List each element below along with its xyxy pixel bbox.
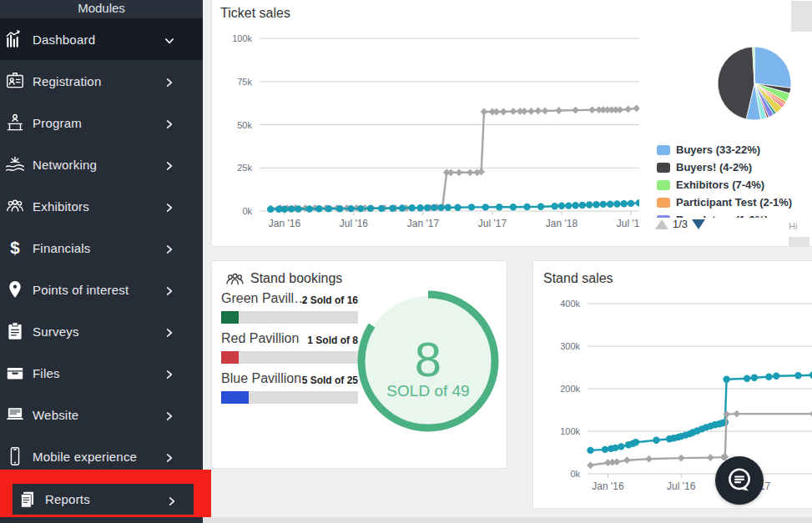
sidebar-item-website[interactable]: Website: [0, 394, 203, 435]
booking-progress-fill: [221, 311, 239, 324]
svg-text:25k: 25k: [237, 163, 252, 173]
chevron-right-icon: [164, 326, 174, 336]
sidebar-item-label: Files: [33, 366, 164, 380]
donut-caption: SOLD of 49: [386, 382, 469, 400]
map-pin-icon: [4, 279, 26, 300]
reports-highlight-annotation: Reports: [0, 470, 211, 517]
svg-text:0k: 0k: [242, 206, 252, 216]
ticket-sales-chart: 0k25k50k75k100kJan '16Jul '16Jan '17Jul …: [212, 1, 639, 233]
sidebar-item-label: Dashboard: [33, 33, 164, 47]
registration-icon: [4, 70, 26, 92]
chevron-right-icon: [164, 76, 174, 86]
donut-value: 8: [415, 332, 441, 386]
legend-pager: 1/3: [655, 218, 705, 230]
svg-text:Jul '17: Jul '17: [478, 218, 507, 229]
mobile-icon: [4, 445, 26, 467]
legend-page-indicator: 1/3: [673, 218, 688, 230]
sidebar-item-label: Surveys: [33, 324, 164, 339]
people-group-icon: [224, 269, 246, 291]
svg-text:0k: 0k: [570, 469, 580, 479]
svg-text:100k: 100k: [560, 426, 580, 436]
chat-bubble-icon: [723, 464, 756, 497]
chevron-right-icon: [164, 201, 174, 211]
booking-name: Blue Pavillion: [221, 371, 301, 386]
sidebar-item-label: Exhibitors: [33, 199, 164, 214]
legend-item-buyers-33-22[interactable]: Buyers (33-22%): [657, 141, 812, 158]
sidebar-item-label: Website: [33, 408, 164, 422]
booking-name: Green Pavill…: [221, 291, 307, 306]
stand-bookings-donut-chart: 8SOLD of 49: [357, 290, 499, 432]
booking-progress-fill: [221, 391, 249, 404]
booking-progress-track: [221, 391, 358, 404]
stand-bookings-rows: Green Pavill… 2 Sold of 16 Red Pavillion…: [221, 291, 358, 411]
sidebar-item-label: Registration: [33, 74, 164, 88]
legend-page-down-icon[interactable]: [692, 219, 705, 229]
svg-text:Jan '17: Jan '17: [407, 218, 440, 229]
sidebar-nav: Dashboard Registration Program Networkin…: [0, 18, 203, 477]
sidebar-item-files[interactable]: Files: [0, 352, 203, 394]
chevron-right-icon: [164, 410, 174, 420]
chevron-right-icon: [164, 368, 174, 378]
ticket-sales-card: Ticket sales 0k25k50k75k100kJan '16Jul '…: [211, 0, 812, 247]
chat-fab-button[interactable]: [715, 456, 764, 505]
sidebar-item-label: Financials: [33, 241, 164, 255]
sidebar-item-financials[interactable]: $ Financials: [0, 227, 203, 269]
legend-page-up-icon[interactable]: [655, 219, 668, 229]
legend-swatch: [657, 180, 670, 190]
legend-label: Buyers (33-22%): [676, 143, 760, 156]
chevron-down-icon: [164, 34, 174, 44]
svg-text:75k: 75k: [237, 77, 252, 87]
sidebar-item-program[interactable]: Program: [0, 102, 203, 143]
chevron-right-icon: [164, 118, 174, 128]
stand-sales-card: Stand sales 0k100k200k300k400kJan '16Jul…: [532, 260, 812, 509]
ticket-sales-pie-chart: [717, 46, 792, 121]
booking-sold-label: 5 Sold of 25: [302, 375, 358, 386]
legend-label: Buyers! (4-2%): [676, 161, 752, 173]
horizontal-scrollbar-track[interactable]: [203, 517, 812, 523]
legend-swatch: [657, 163, 670, 173]
stand-bookings-card: Stand bookings Green Pavill… 2 Sold of 1…: [211, 260, 507, 469]
sidebar-item-reports[interactable]: Reports: [13, 484, 194, 515]
svg-text:200k: 200k: [560, 384, 580, 394]
sidebar-item-registration[interactable]: Registration: [0, 60, 203, 102]
horizontal-scrollbar-thumb[interactable]: [789, 237, 809, 247]
program-icon: [4, 112, 26, 133]
dashboard-icon: [4, 28, 26, 50]
legend-swatch: [657, 145, 670, 155]
svg-text:Jul '16: Jul '16: [340, 218, 369, 229]
sidebar-item-label: Points of interest: [33, 283, 164, 297]
stand-sales-chart: 0k100k200k300k400kJan '16Jul '16Jan '17J…: [533, 284, 812, 503]
sidebar-item-networking[interactable]: Networking: [0, 143, 203, 185]
legend-label: Exhibitors (7-4%): [676, 179, 764, 191]
vertical-scrollbar-thumb[interactable]: [791, 1, 812, 32]
exhibitors-icon: [4, 195, 26, 217]
legend-item-regulators-1-0[interactable]: Regulators (1-0%): [657, 211, 812, 218]
legend-item-buyers-4-2[interactable]: Buyers! (4-2%): [657, 158, 812, 176]
reports-icon: [17, 489, 38, 510]
sidebar-item-points-of-interest[interactable]: Points of interest: [0, 269, 203, 310]
svg-text:Jan '16: Jan '16: [269, 218, 301, 229]
chevron-right-icon: [164, 159, 174, 169]
financials-icon: $: [4, 237, 26, 259]
legend-item-participant-test-2-1[interactable]: Participant Test (2-1%): [657, 194, 812, 211]
svg-text:Jul '16: Jul '16: [667, 480, 696, 492]
sidebar-item-surveys[interactable]: Surveys: [0, 310, 203, 352]
sidebar-item-dashboard[interactable]: Dashboard: [0, 18, 203, 60]
chevron-right-icon: [164, 284, 174, 294]
booking-progress-track: [221, 351, 358, 364]
legend-swatch: [657, 198, 670, 208]
chevron-right-icon: [164, 243, 174, 253]
svg-text:Jan '18: Jan '18: [546, 218, 578, 229]
sidebar-item-exhibitors[interactable]: Exhibitors: [0, 185, 203, 227]
svg-text:50k: 50k: [237, 120, 252, 130]
legend-label: Participant Test (2-1%): [676, 196, 792, 209]
legend-item-exhibitors-7-4[interactable]: Exhibitors (7-4%): [657, 176, 812, 194]
surveys-icon: [4, 320, 26, 342]
svg-text:400k: 400k: [560, 299, 580, 309]
svg-text:$: $: [10, 238, 20, 257]
booking-sold-label: 2 Sold of 16: [302, 294, 358, 306]
svg-text:Jan '16: Jan '16: [592, 480, 624, 492]
chart-credit: Hi: [789, 221, 797, 231]
ticket-sales-legend: Buyers (33-22%) Buyers! (4-2%) Exhibitor…: [657, 141, 812, 218]
networking-icon: [4, 153, 26, 175]
